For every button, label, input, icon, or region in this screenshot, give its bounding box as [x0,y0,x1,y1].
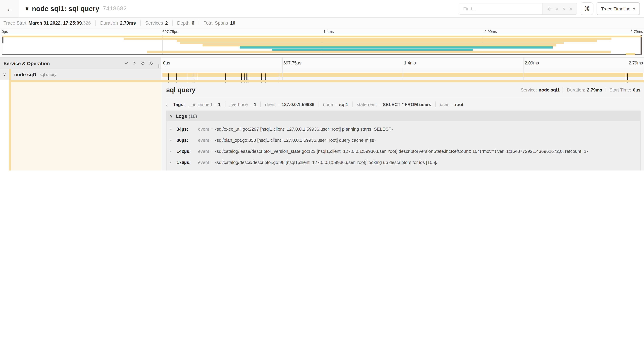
logs-list: ›34µs:event=‹sql/exec_util.go:2297 [nsql… [166,121,640,171]
minimap-span-bar [240,47,553,49]
chevron-right-icon[interactable]: › [170,137,176,143]
log-timestamp: 176µs: [176,160,198,165]
log-field-value: ‹sql/plan_opt.go:358 [nsql1,client=127.0… [215,137,376,143]
equals-sign: = [335,102,338,107]
minimap-span-bar [202,44,556,47]
span-service-name: node sql1 [14,72,37,77]
tag-key: client [265,102,276,107]
chevron-right-icon[interactable]: › [170,126,176,132]
summary-divider [140,20,141,26]
detail-info-value: node sql1 [538,87,560,93]
timeline-header-row: Service & Operation 0µs697.75µs1.4ms2.09… [0,57,644,69]
keyboard-shortcuts-button[interactable]: ⌘ [581,3,593,15]
view-selector-label: Trace Timeline [601,6,630,11]
summary-divider [96,20,96,26]
expand-all-icon[interactable] [149,61,154,66]
info-divider [563,88,564,92]
log-timestamp: 34µs: [176,126,198,132]
logs-header[interactable]: ∨ Logs (18) [166,111,640,121]
log-row[interactable]: ›34µs:event=‹sql/exec_util.go:2297 [nsql… [166,123,640,134]
timeline-gridline [403,69,403,80]
service-operation-title: Service & Operation [4,61,124,66]
time-tick-label: 1.4ms [324,30,334,34]
info-divider [606,88,606,92]
equals-sign: = [378,102,381,107]
summary-value: 10 [230,20,235,26]
span-collapse-chevron-icon[interactable]: ∨ [0,72,9,77]
minimap-right-scrubber-handle[interactable] [640,35,642,54]
log-timestamp: 80µs: [176,137,198,143]
view-selector-button[interactable]: Trace Timeline ∨ [596,3,640,15]
trace-summary: Trace StartMarch 31 2022, 17:25:09.326Du… [0,17,644,29]
tag-key: user [440,102,449,107]
locate-icon[interactable] [547,7,552,11]
trace-collapse-chevron-icon[interactable]: ∨ [25,6,29,12]
span-accent-strip-fill [9,80,644,82]
time-tick-label: 0µs [2,30,8,34]
log-message: event=‹sql/catalog/lease/descriptor_vers… [198,149,640,154]
service-operation-header: Service & Operation [0,58,161,69]
log-field-value: ‹sql/exec_util.go:2297 [nsql1,client=127… [215,126,393,132]
summary-value: March 31 2022, 17:25:09 [28,20,82,26]
time-tick-label: 2.09ms [484,30,497,34]
log-row[interactable]: ›189µs:event=‹sql/catalog/lease/descript… [166,168,640,171]
chevron-right-icon[interactable]: › [170,149,176,154]
clear-search-icon[interactable]: × [570,7,572,11]
back-button[interactable]: ← [0,0,20,17]
span-detail-panel: sql query Service:node sql1Duration:2.79… [161,82,644,171]
span-tree-guide-column [0,82,161,171]
timeline-gridline [282,69,282,80]
summary-item: Services2 [145,20,168,26]
timeline-ruler: 0µs697.75µs1.4ms2.09ms2.79ms [161,58,644,69]
minimap-canvas[interactable] [2,35,642,55]
log-timestamp: 142µs: [176,149,198,154]
summary-value: 2.79ms [120,20,136,26]
logs-count: (18) [189,114,197,119]
tag-divider [436,102,436,107]
tag-value: sql1 [339,102,348,107]
tags-row[interactable]: › Tags: _unfinished=1_verbose=1client=12… [166,98,640,111]
column-resize-handle[interactable] [158,65,160,68]
detail-info-value: 0µs [633,87,640,93]
log-message: event=‹sql/catalog/descs/descriptor.go:9… [198,160,640,165]
prev-match-icon[interactable]: ∧ [555,7,559,11]
tags-chevron-right-icon[interactable]: › [166,102,173,107]
span-accent-strip [0,80,644,82]
tag-divider [260,102,261,107]
time-tick-label: 2.79ms [629,61,643,66]
tag-divider [352,102,353,107]
equals-sign: = [214,102,216,107]
find-input[interactable] [459,3,542,14]
minimap-span-bar [147,51,611,53]
span-row-timeline-cell[interactable] [161,69,644,80]
minimap-span-bar [272,49,473,51]
summary-item: Trace StartMarch 31 2022, 17:25:09.326 [4,20,91,26]
chevron-right-icon[interactable]: › [170,160,176,165]
span-guide-stripe [9,82,11,171]
expand-one-icon[interactable] [132,61,137,66]
span-color-stripe [9,69,11,80]
logs-title: Logs [176,114,187,119]
tags-list: _unfinished=1_verbose=1client=127.0.0.1:… [189,102,464,107]
span-detail-info: Service:node sql1Duration:2.79msStart Ti… [520,87,640,93]
summary-item: Total Spans10 [204,20,235,26]
log-row[interactable]: ›80µs:event=‹sql/plan_opt.go:358 [nsql1,… [166,134,640,146]
minimap-tick-labels: 0µs697.75µs1.4ms2.09ms2.79ms [0,29,644,34]
span-row-name-cell[interactable]: ∨ node sql1 sql query [0,69,161,80]
collapse-one-icon[interactable] [124,61,128,66]
span-row: ∨ node sql1 sql query [0,69,644,80]
equals-sign: = [211,149,214,154]
log-field-value: ‹sql/catalog/descs/descriptor.go:98 [nsq… [215,160,438,165]
log-row[interactable]: ›142µs:event=‹sql/catalog/lease/descript… [166,146,640,157]
tag-key: _unfinished [189,102,212,107]
log-row[interactable]: ›176µs:event=‹sql/catalog/descs/descript… [166,157,640,168]
summary-label: Duration [100,20,118,26]
detail-info-value: 2.79ms [587,87,602,93]
summary-divider [199,20,199,26]
next-match-icon[interactable]: ∨ [562,7,566,11]
log-field-key: event [198,126,209,132]
tag-value: root [455,102,464,107]
tag-value: 1 [254,102,256,107]
tag-divider [225,102,225,107]
collapse-all-icon[interactable] [140,61,145,66]
